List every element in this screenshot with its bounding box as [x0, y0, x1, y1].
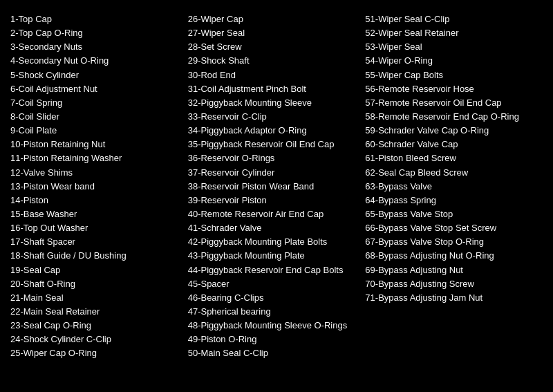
list-item: 32-Piggyback Mounting Sleeve [188, 96, 359, 110]
list-item: 39-Reservoir Piston [188, 194, 359, 207]
list-item: 49-Piston O-Ring [188, 333, 359, 346]
list-item: 7-Coil Spring [10, 96, 181, 110]
list-item: 70-Bypass Adjusting Screw [365, 277, 536, 291]
list-item: 30-Rod End [188, 68, 359, 82]
list-item: 55-Wiper Cap Bolts [365, 68, 536, 82]
list-item: 69-Bypass Adjusting Nut [365, 263, 536, 277]
list-item: 48-Piggyback Mounting Sleeve O-Rings [188, 319, 359, 333]
list-item: 24-Shock Cylinder C-Clip [10, 333, 181, 346]
list-item: 67-Bypass Valve Stop O-Ring [365, 235, 536, 249]
list-item: 42-Piggyback Mounting Plate Bolts [188, 235, 359, 249]
list-item: 35-Piggyback Reservoir Oil End Cap [188, 138, 359, 151]
list-item: 1-Top Cap [10, 12, 181, 26]
list-item: 12-Valve Shims [10, 166, 181, 180]
list-item: 38-Reservoir Piston Wear Band [188, 180, 359, 194]
list-item: 23-Seal Cap O-Ring [10, 319, 181, 333]
list-item: 6-Coil Adjustment Nut [10, 82, 181, 96]
list-item: 14-Piston [10, 194, 181, 207]
list-item: 28-Set Screw [188, 40, 359, 54]
list-item: 11-Piston Retaining Washer [10, 151, 181, 165]
list-item: 20-Shaft O-Ring [10, 277, 181, 291]
list-item: 59-Schrader Valve Cap O-Ring [365, 124, 536, 138]
list-item: 56-Remote Reservoir Hose [365, 82, 536, 96]
list-item: 60-Schrader Valve Cap [365, 138, 536, 151]
list-item: 26-Wiper Cap [188, 12, 359, 26]
list-item: 68-Bypass Adjusting Nut O-Ring [365, 249, 536, 263]
list-item: 71-Bypass Adjusting Jam Nut [365, 291, 536, 305]
list-item: 36-Reservoir O-Rings [188, 151, 359, 165]
list-item: 13-Piston Wear band [10, 180, 181, 194]
list-item: 66-Bypass Valve Stop Set Screw [365, 221, 536, 235]
list-item: 9-Coil Plate [10, 124, 181, 138]
list-item: 4-Secondary Nut O-Ring [10, 54, 181, 68]
list-item: 18-Shaft Guide / DU Bushing [10, 249, 181, 263]
list-item: 57-Remote Reservoir Oil End Cap [365, 96, 536, 110]
list-item: 63-Bypass Valve [365, 180, 536, 194]
list-item: 64-Bypass Spring [365, 194, 536, 207]
list-item: 65-Bypass Valve Stop [365, 207, 536, 221]
list-item: 52-Wiper Seal Retainer [365, 26, 536, 40]
list-item: 50-Main Seal C-Clip [188, 346, 359, 360]
list-item: 16-Top Out Washer [10, 221, 181, 235]
parts-list: 1-Top Cap2-Top Cap O-Ring3-Secondary Nut… [10, 7, 543, 361]
list-item: 40-Remote Reservoir Air End Cap [188, 207, 359, 221]
list-item: 29-Shock Shaft [188, 54, 359, 68]
list-item: 62-Seal Cap Bleed Screw [365, 166, 536, 180]
list-item: 53-Wiper Seal [365, 40, 536, 54]
column-3: 51-Wiper Seal C-Clip52-Wiper Seal Retain… [365, 12, 543, 361]
list-item: 3-Secondary Nuts [10, 40, 181, 54]
list-item: 21-Main Seal [10, 291, 181, 305]
list-item: 8-Coil Slider [10, 110, 181, 124]
list-item: 15-Base Washer [10, 207, 181, 221]
list-item: 45-Spacer [188, 277, 359, 291]
list-item: 22-Main Seal Retainer [10, 305, 181, 319]
column-2: 26-Wiper Cap27-Wiper Seal28-Set Screw29-… [188, 12, 366, 361]
list-item: 2-Top Cap O-Ring [10, 26, 181, 40]
list-item: 37-Reservoir Cylinder [188, 166, 359, 180]
list-item: 5-Shock Cylinder [10, 68, 181, 82]
list-item: 33-Reservoir C-Clip [188, 110, 359, 124]
list-item: 17-Shaft Spacer [10, 235, 181, 249]
list-item: 34-Piggyback Adaptor O-Ring [188, 124, 359, 138]
list-item: 44-Piggyback Reservoir End Cap Bolts [188, 263, 359, 277]
list-item: 31-Coil Adjustment Pinch Bolt [188, 82, 359, 96]
column-1: 1-Top Cap2-Top Cap O-Ring3-Secondary Nut… [10, 12, 188, 361]
list-item: 10-Piston Retaining Nut [10, 138, 181, 151]
list-item: 27-Wiper Seal [188, 26, 359, 40]
list-item: 43-Piggyback Mounting Plate [188, 249, 359, 263]
list-item: 46-Bearing C-Clips [188, 291, 359, 305]
list-item: 61-Piston Bleed Screw [365, 151, 536, 165]
list-item: 41-Schrader Valve [188, 221, 359, 235]
list-item: 51-Wiper Seal C-Clip [365, 12, 536, 26]
list-item: 47-Spherical bearing [188, 305, 359, 319]
list-item: 54-Wiper O-Ring [365, 54, 536, 68]
list-item: 19-Seal Cap [10, 263, 181, 277]
list-item: 58-Remote Reservoir End Cap O-Ring [365, 110, 536, 124]
list-item: 25-Wiper Cap O-Ring [10, 346, 181, 360]
